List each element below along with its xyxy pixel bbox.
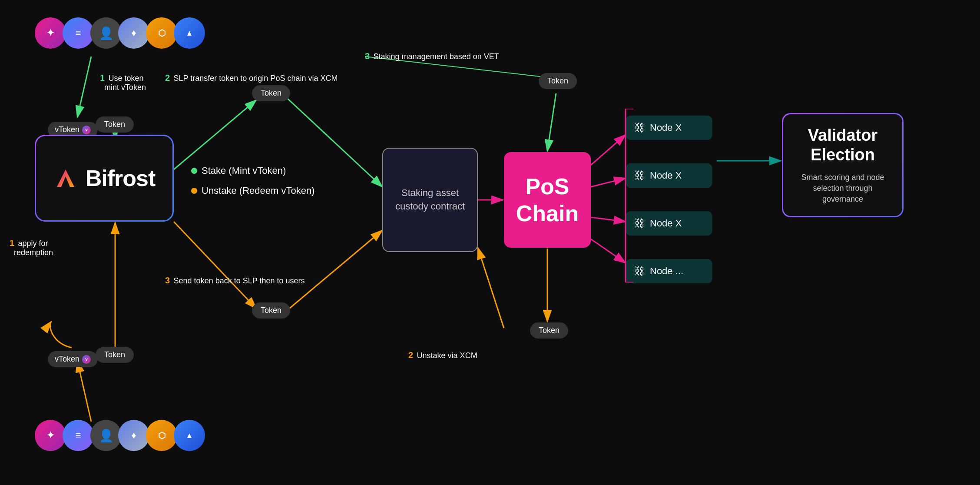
token-icon-4: ⬡ — [146, 17, 177, 49]
token-pill-top-left: Token — [96, 116, 134, 133]
token-icon-5: ▲ — [174, 17, 205, 49]
legend-stake: Stake (Mint vToken) — [191, 165, 315, 176]
legend-unstake: Unstake (Redeem vToken) — [191, 185, 315, 196]
diagram: ✦ ≡ 👤 ♦ ⬡ ▲ vToken v Token 1 Use token m… — [0, 0, 980, 485]
step3-send: 3 Send token back to SLP then to users — [165, 276, 305, 286]
bifrost-logo-icon — [53, 166, 78, 190]
token-pill-bottom-left: Token — [96, 347, 134, 363]
bottom-icon-0: ✦ — [35, 420, 66, 451]
token-icon-3: ♦ — [118, 17, 149, 49]
node-icon-2: ⛓ — [634, 169, 645, 182]
bottom-icon-4: ⬡ — [146, 420, 177, 451]
vtoken-badge-bottom: v — [82, 355, 91, 364]
pos-chain-box: PoS Chain — [504, 152, 591, 248]
legend: Stake (Mint vToken) Unstake (Redeem vTok… — [191, 165, 315, 196]
validator-election-box: Validator Election Smart scoring and nod… — [782, 113, 904, 217]
validator-title: Validator Election — [792, 126, 894, 165]
step2-label: 2 SLP transfer token to origin PoS chain… — [165, 73, 338, 83]
step3-staking-mgmt: 3 Staking management based on VET — [365, 51, 499, 61]
node-icon-3: ⛓ — [634, 217, 645, 229]
step1-label: Use token mint vToken — [100, 74, 146, 92]
arrows-layer — [0, 0, 980, 485]
token-icon-2: 👤 — [90, 17, 122, 49]
step1-mint: 1 Use token mint vToken — [100, 73, 146, 92]
vtoken-badge-top: v — [82, 126, 91, 134]
legend-dot-unstake — [191, 188, 197, 194]
token-pill-bottom-right: Token — [530, 322, 568, 339]
node-box-3: ⛓ Node X — [626, 211, 712, 236]
node-box-4: ⛓ Node ... — [626, 259, 712, 283]
token-pill-mid-top: Token — [252, 85, 290, 101]
svg-marker-6 — [57, 169, 74, 187]
token-pill-mid-bottom: Token — [252, 302, 290, 319]
token-icon-1: ≡ — [63, 17, 94, 49]
top-token-icons: ✦ ≡ 👤 ♦ ⬡ ▲ — [35, 17, 205, 49]
bifrost-box: Bifrost — [35, 135, 174, 222]
node-box-2: ⛓ Node X — [626, 163, 712, 188]
bottom-icon-5: ▲ — [174, 420, 205, 451]
validator-subtitle: Smart scoring and node selection through… — [792, 172, 894, 205]
node-box-1: ⛓ Node X — [626, 116, 712, 140]
bifrost-label: Bifrost — [86, 165, 156, 191]
vtoken-pill-bottom: vToken v — [48, 351, 98, 367]
bottom-icon-2: 👤 — [90, 420, 122, 451]
legend-dot-stake — [191, 168, 197, 174]
bottom-icon-3: ♦ — [118, 420, 149, 451]
token-pill-above-pos: Token — [539, 73, 577, 89]
bottom-icon-1: ≡ — [63, 420, 94, 451]
bottom-token-icons: ✦ ≡ 👤 ♦ ⬡ ▲ — [35, 420, 205, 451]
staking-custody-box: Staking asset custody contract — [382, 148, 478, 252]
token-icon-0: ✦ — [35, 17, 66, 49]
step2-unstake: 2 Unstake via XCM — [408, 350, 477, 360]
node-icon-1: ⛓ — [634, 122, 645, 134]
node-icon-4: ⛓ — [634, 265, 645, 277]
step1-redeem: 1 apply for redemption — [10, 238, 53, 257]
step1-redeem-label: apply for redemption — [10, 239, 53, 257]
